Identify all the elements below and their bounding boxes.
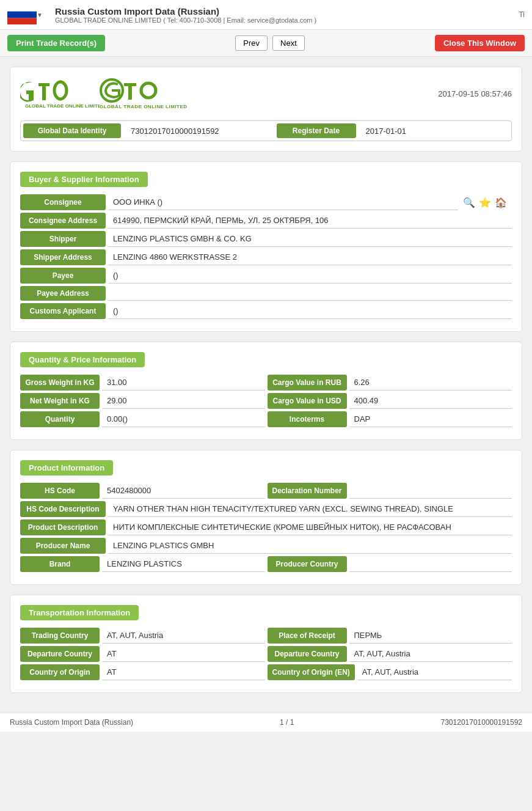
incoterms-value: DAP — [349, 411, 512, 427]
product-desc-label: Product Description — [20, 519, 106, 535]
consignee-address-label: Consignee Address — [20, 213, 106, 229]
departure-country2-value: AT, AUT, Austria — [349, 646, 512, 662]
product-header: Product Information — [20, 460, 113, 475]
product-card: Product Information HS Code 5402480000 D… — [10, 450, 522, 585]
svg-rect-0 — [7, 5, 37, 12]
payee-value: () — [108, 268, 512, 284]
shipper-row: Shipper LENZING PLASTICS GMBH & CO. KG — [20, 231, 512, 247]
declaration-number-label: Declaration Number — [268, 483, 347, 499]
country-of-origin-en-label: Country of Origin (EN) — [268, 664, 355, 680]
payee-address-label: Payee Address — [20, 286, 106, 301]
consignee-row: Consignee ООО ИНКА () 🔍 ⭐ 🏠 — [20, 194, 512, 210]
svg-rect-7 — [124, 83, 136, 86]
payee-label: Payee — [20, 268, 106, 284]
gross-weight-row: Gross Weight in KG 31.00 Cargo Value in … — [20, 375, 512, 391]
producer-name-label: Producer Name — [20, 538, 106, 554]
register-date-value: 2017-01-01 — [361, 124, 509, 138]
gross-weight-value: 31.00 — [102, 375, 265, 391]
svg-rect-3 — [38, 83, 49, 86]
quantity-row: Quantity 0.00() Incoterms DAP — [20, 411, 512, 427]
toolbar: Print Trade Record(s) Prev Next Close Th… — [0, 30, 532, 57]
print-button[interactable]: Print Trade Record(s) — [7, 35, 105, 51]
hs-code-desc-label: HS Code Description — [20, 501, 106, 517]
incoterms-field: Incoterms DAP — [268, 411, 512, 427]
transportation-header: Transportation Information — [20, 605, 139, 620]
customs-applicant-row: Customs Applicant () — [20, 303, 512, 319]
prev-button[interactable]: Prev — [235, 35, 268, 51]
shipper-value: LENZING PLASTICS GMBH & CO. KG — [108, 231, 512, 247]
consignee-value: ООО ИНКА () — [108, 194, 458, 210]
svg-text:GLOBAL TRADE ONLINE LIMITED: GLOBAL TRADE ONLINE LIMITED — [25, 103, 100, 109]
cargo-usd-field: Cargo Value in USD 400.49 — [268, 393, 512, 409]
close-button[interactable]: Close This Window — [435, 35, 525, 51]
header-title-block: Russia Custom Import Data (Russian) GLOB… — [55, 6, 519, 24]
gdi-value: 73012017010000191592 — [126, 124, 274, 138]
trading-country-label: Trading Country — [20, 628, 100, 644]
customs-applicant-label: Customs Applicant — [20, 303, 106, 319]
dropdown-arrow-icon[interactable]: ▼ — [37, 12, 43, 18]
footer-left: Russia Custom Import Data (Russian) — [10, 718, 133, 727]
svg-rect-8 — [128, 86, 132, 100]
declaration-number-field: Declaration Number — [268, 483, 512, 499]
gdi-row: Global Data Identity 7301201701000019159… — [20, 120, 512, 141]
quantity-field: Quantity 0.00() — [20, 411, 265, 427]
hs-code-value: 5402480000 — [102, 483, 265, 499]
trading-country-field: Trading Country AT, AUT, Austria — [20, 628, 265, 644]
buyer-supplier-card: Buyer & Supplier Information Consignee О… — [10, 161, 522, 332]
place-of-receipt-value: ПЕРМЬ — [349, 628, 512, 644]
quantity-value: 0.00() — [102, 411, 265, 427]
quantity-price-header: Quantity & Price Information — [20, 352, 145, 367]
page-title: Russia Custom Import Data (Russian) — [55, 6, 519, 17]
transportation-card: Transportation Information Trading Count… — [10, 595, 522, 693]
shipper-address-value: LENZING 4860 WERKSTRASSE 2 — [108, 249, 512, 265]
header-subtitle: GLOBAL TRADE ONLINE LIMITED ( Tel: 400-7… — [55, 17, 519, 24]
trading-country-value: AT, AUT, Austria — [102, 628, 265, 644]
departure-country-label: Departure Country — [20, 646, 100, 662]
departure-country-row: Departure Country AT Departure Country A… — [20, 646, 512, 662]
gross-weight-field: Gross Weight in KG 31.00 — [20, 375, 265, 391]
country-of-origin-en-value: AT, AUT, Austria — [357, 664, 512, 680]
cargo-rub-field: Cargo Value in RUB 6.26 — [268, 375, 512, 391]
net-weight-row: Net Weight in KG 29.00 Cargo Value in US… — [20, 393, 512, 409]
top-card: GLOBAL TRADE ONLINE LIMITED GLOBAL TRADE — [10, 67, 522, 152]
country-of-origin-row: Country of Origin AT Country of Origin (… — [20, 664, 512, 680]
svg-point-9 — [141, 83, 156, 98]
payee-row: Payee () — [20, 268, 512, 284]
russia-flag-icon — [7, 5, 37, 24]
svg-rect-1 — [7, 12, 37, 18]
consignee-label: Consignee — [20, 194, 106, 210]
producer-name-value: LENZING PLASTICS GMBH — [108, 538, 512, 554]
net-weight-label: Net Weight in KG — [20, 393, 100, 409]
brand-value: LENZING PLASTICS — [102, 556, 265, 572]
consignee-icons: 🔍 ⭐ 🏠 — [458, 194, 512, 210]
hs-code-field: HS Code 5402480000 — [20, 483, 265, 499]
hs-code-desc-row: HS Code Description YARN OTHER THAN HIGH… — [20, 501, 512, 517]
cargo-rub-value: 6.26 — [349, 375, 512, 391]
consignee-address-value: 614990, ПЕРМСКИЙ КРАЙ, ПЕРМЬ, УЛ. 25 ОКТ… — [108, 213, 512, 229]
home-icon[interactable]: 🏠 — [495, 197, 507, 208]
brand-row: Brand LENZING PLASTICS Producer Country — [20, 556, 512, 572]
search-icon[interactable]: 🔍 — [463, 197, 475, 208]
brand-field: Brand LENZING PLASTICS — [20, 556, 265, 572]
product-desc-value: НИТИ КОМПЛЕКСНЫЕ СИНТЕТИЧЕСКИЕ (КРОМЕ ШВ… — [108, 519, 512, 535]
payee-address-value — [108, 286, 512, 301]
place-of-receipt-label: Place of Receipt — [268, 628, 347, 644]
net-weight-field: Net Weight in KG 29.00 — [20, 393, 265, 409]
next-button[interactable]: Next — [272, 35, 305, 51]
producer-country-label: Producer Country — [268, 556, 347, 572]
gto-logo-icon — [100, 78, 161, 104]
gto-logo: GLOBAL TRADE ONLINE LIMITED — [20, 77, 100, 111]
main-content: GLOBAL TRADE ONLINE LIMITED GLOBAL TRADE — [0, 57, 532, 713]
place-of-receipt-field: Place of Receipt ПЕРМЬ — [268, 628, 512, 644]
producer-country-value — [349, 556, 512, 572]
cargo-usd-value: 400.49 — [349, 393, 512, 409]
logo-row: GLOBAL TRADE ONLINE LIMITED GLOBAL TRADE — [20, 77, 512, 111]
country-of-origin-field: Country of Origin AT — [20, 664, 265, 680]
svg-rect-2 — [7, 18, 37, 24]
header-right: Ti — [519, 10, 525, 19]
register-date-label: Register Date — [277, 123, 356, 138]
footer: Russia Custom Import Data (Russian) 1 / … — [0, 713, 532, 732]
payee-address-row: Payee Address — [20, 286, 512, 301]
star-icon[interactable]: ⭐ — [479, 197, 491, 208]
hs-code-row: HS Code 5402480000 Declaration Number — [20, 483, 512, 499]
